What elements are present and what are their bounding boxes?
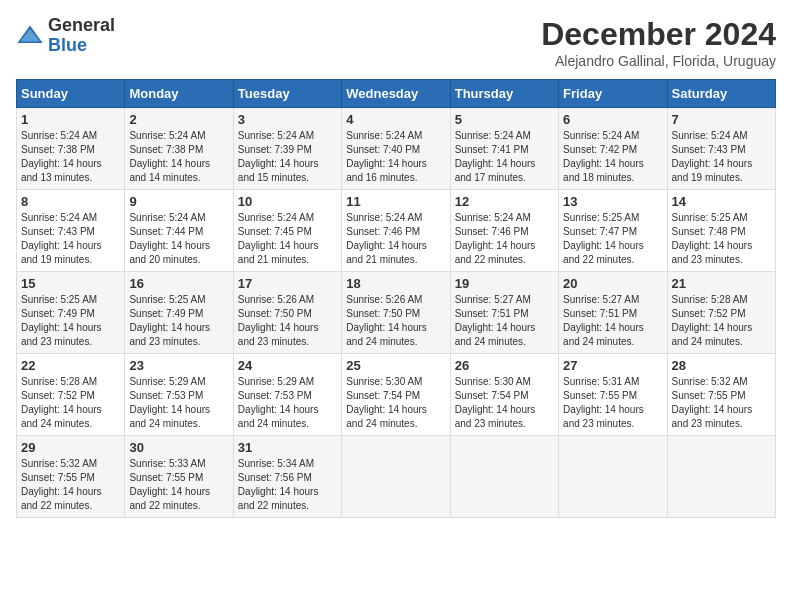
table-row: 16Sunrise: 5:25 AMSunset: 7:49 PMDayligh… bbox=[125, 272, 233, 354]
table-row: 28Sunrise: 5:32 AMSunset: 7:55 PMDayligh… bbox=[667, 354, 775, 436]
col-saturday: Saturday bbox=[667, 80, 775, 108]
table-row bbox=[450, 436, 558, 518]
table-row: 17Sunrise: 5:26 AMSunset: 7:50 PMDayligh… bbox=[233, 272, 341, 354]
table-row: 11Sunrise: 5:24 AMSunset: 7:46 PMDayligh… bbox=[342, 190, 450, 272]
logo-icon bbox=[16, 22, 44, 50]
table-row: 20Sunrise: 5:27 AMSunset: 7:51 PMDayligh… bbox=[559, 272, 667, 354]
table-row: 18Sunrise: 5:26 AMSunset: 7:50 PMDayligh… bbox=[342, 272, 450, 354]
header-row: Sunday Monday Tuesday Wednesday Thursday… bbox=[17, 80, 776, 108]
week-row-4: 22Sunrise: 5:28 AMSunset: 7:52 PMDayligh… bbox=[17, 354, 776, 436]
table-row: 12Sunrise: 5:24 AMSunset: 7:46 PMDayligh… bbox=[450, 190, 558, 272]
col-wednesday: Wednesday bbox=[342, 80, 450, 108]
table-row bbox=[559, 436, 667, 518]
table-row: 5Sunrise: 5:24 AMSunset: 7:41 PMDaylight… bbox=[450, 108, 558, 190]
table-row: 7Sunrise: 5:24 AMSunset: 7:43 PMDaylight… bbox=[667, 108, 775, 190]
table-row: 21Sunrise: 5:28 AMSunset: 7:52 PMDayligh… bbox=[667, 272, 775, 354]
col-sunday: Sunday bbox=[17, 80, 125, 108]
logo-general-text: General bbox=[48, 16, 115, 36]
location-title: Alejandro Gallinal, Florida, Uruguay bbox=[541, 53, 776, 69]
table-row: 4Sunrise: 5:24 AMSunset: 7:40 PMDaylight… bbox=[342, 108, 450, 190]
logo-blue-text: Blue bbox=[48, 36, 115, 56]
table-row: 24Sunrise: 5:29 AMSunset: 7:53 PMDayligh… bbox=[233, 354, 341, 436]
table-row: 1Sunrise: 5:24 AMSunset: 7:38 PMDaylight… bbox=[17, 108, 125, 190]
logo: General Blue bbox=[16, 16, 115, 56]
week-row-5: 29Sunrise: 5:32 AMSunset: 7:55 PMDayligh… bbox=[17, 436, 776, 518]
col-monday: Monday bbox=[125, 80, 233, 108]
table-row: 15Sunrise: 5:25 AMSunset: 7:49 PMDayligh… bbox=[17, 272, 125, 354]
table-row: 14Sunrise: 5:25 AMSunset: 7:48 PMDayligh… bbox=[667, 190, 775, 272]
table-row: 26Sunrise: 5:30 AMSunset: 7:54 PMDayligh… bbox=[450, 354, 558, 436]
title-area: December 2024 Alejandro Gallinal, Florid… bbox=[541, 16, 776, 69]
week-row-1: 1Sunrise: 5:24 AMSunset: 7:38 PMDaylight… bbox=[17, 108, 776, 190]
table-row: 8Sunrise: 5:24 AMSunset: 7:43 PMDaylight… bbox=[17, 190, 125, 272]
month-title: December 2024 bbox=[541, 16, 776, 53]
table-row: 31Sunrise: 5:34 AMSunset: 7:56 PMDayligh… bbox=[233, 436, 341, 518]
calendar-table: Sunday Monday Tuesday Wednesday Thursday… bbox=[16, 79, 776, 518]
table-row bbox=[667, 436, 775, 518]
table-row: 30Sunrise: 5:33 AMSunset: 7:55 PMDayligh… bbox=[125, 436, 233, 518]
table-row: 19Sunrise: 5:27 AMSunset: 7:51 PMDayligh… bbox=[450, 272, 558, 354]
col-friday: Friday bbox=[559, 80, 667, 108]
table-row: 2Sunrise: 5:24 AMSunset: 7:38 PMDaylight… bbox=[125, 108, 233, 190]
col-thursday: Thursday bbox=[450, 80, 558, 108]
logo-text: General Blue bbox=[48, 16, 115, 56]
table-row: 27Sunrise: 5:31 AMSunset: 7:55 PMDayligh… bbox=[559, 354, 667, 436]
table-row: 13Sunrise: 5:25 AMSunset: 7:47 PMDayligh… bbox=[559, 190, 667, 272]
table-row bbox=[342, 436, 450, 518]
table-row: 3Sunrise: 5:24 AMSunset: 7:39 PMDaylight… bbox=[233, 108, 341, 190]
calendar-body: 1Sunrise: 5:24 AMSunset: 7:38 PMDaylight… bbox=[17, 108, 776, 518]
table-row: 23Sunrise: 5:29 AMSunset: 7:53 PMDayligh… bbox=[125, 354, 233, 436]
header: General Blue December 2024 Alejandro Gal… bbox=[16, 16, 776, 69]
table-row: 6Sunrise: 5:24 AMSunset: 7:42 PMDaylight… bbox=[559, 108, 667, 190]
table-row: 10Sunrise: 5:24 AMSunset: 7:45 PMDayligh… bbox=[233, 190, 341, 272]
table-row: 25Sunrise: 5:30 AMSunset: 7:54 PMDayligh… bbox=[342, 354, 450, 436]
week-row-2: 8Sunrise: 5:24 AMSunset: 7:43 PMDaylight… bbox=[17, 190, 776, 272]
table-row: 29Sunrise: 5:32 AMSunset: 7:55 PMDayligh… bbox=[17, 436, 125, 518]
col-tuesday: Tuesday bbox=[233, 80, 341, 108]
table-row: 9Sunrise: 5:24 AMSunset: 7:44 PMDaylight… bbox=[125, 190, 233, 272]
week-row-3: 15Sunrise: 5:25 AMSunset: 7:49 PMDayligh… bbox=[17, 272, 776, 354]
table-row: 22Sunrise: 5:28 AMSunset: 7:52 PMDayligh… bbox=[17, 354, 125, 436]
